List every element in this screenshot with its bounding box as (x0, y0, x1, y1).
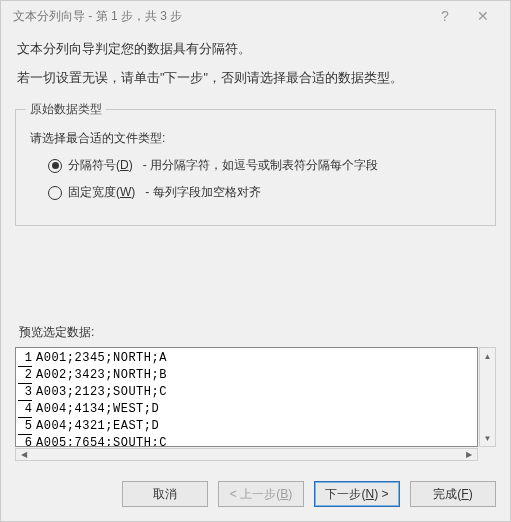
row-data: A001;2345;NORTH;A (36, 350, 167, 367)
button-row: 取消 < 上一步(B) 下一步(N) > 完成(F) (1, 471, 510, 521)
radio-fixedwidth[interactable]: 固定宽度(W) - 每列字段加空格对齐 (48, 184, 485, 201)
cancel-button[interactable]: 取消 (122, 481, 208, 507)
preview-box: 1A001;2345;NORTH;A 2A002;3423;NORTH;B 3A… (15, 347, 478, 447)
preview-row: 5A004;4321;EAST;D (18, 418, 475, 435)
wizard-dialog: 文本分列向导 - 第 1 步，共 3 步 ? ✕ 文本分列向导判定您的数据具有分… (0, 0, 511, 522)
preview-row: 3A003;2123;SOUTH;C (18, 384, 475, 401)
scroll-right-icon[interactable]: ▶ (461, 449, 477, 460)
group-sublabel: 请选择最合适的文件类型: (30, 130, 481, 147)
row-num: 1 (18, 350, 32, 367)
u: D (120, 158, 129, 172)
t2: ) (129, 158, 133, 172)
scroll-track-h[interactable] (32, 449, 461, 460)
u: N (365, 487, 374, 501)
spacer (15, 234, 496, 318)
preview-row: 2A002;3423;NORTH;B (18, 367, 475, 384)
t: 固定宽度( (68, 185, 120, 199)
next-button[interactable]: 下一步(N) > (314, 481, 400, 507)
t2: ) > (374, 487, 388, 501)
preview-row: 6A005;7654;SOUTH;C (18, 435, 475, 447)
radio-fixedwidth-indicator[interactable] (48, 186, 62, 200)
row-num: 2 (18, 367, 32, 384)
t2: ) (469, 487, 473, 501)
scroll-left-icon[interactable]: ◀ (16, 449, 32, 460)
row-data: A004;4134;WEST;D (36, 401, 159, 418)
row-num: 6 (18, 435, 32, 447)
back-button[interactable]: < 上一步(B) (218, 481, 304, 507)
t: 下一步( (325, 486, 365, 503)
vertical-scrollbar[interactable]: ▲ ▼ (479, 347, 496, 447)
u: B (280, 487, 288, 501)
row-num: 3 (18, 384, 32, 401)
scroll-up-icon[interactable]: ▲ (480, 348, 495, 364)
preview-row: 1A001;2345;NORTH;A (18, 350, 475, 367)
window-title: 文本分列向导 - 第 1 步，共 3 步 (13, 8, 426, 25)
intro-line-2: 若一切设置无误，请单击"下一步"，否则请选择最合适的数据类型。 (17, 70, 496, 87)
horizontal-scrollbar[interactable]: ◀ ▶ (15, 448, 478, 461)
t2: ) (288, 487, 292, 501)
u: F (461, 487, 468, 501)
row-num: 4 (18, 401, 32, 418)
finish-button[interactable]: 完成(F) (410, 481, 496, 507)
titlebar: 文本分列向导 - 第 1 步，共 3 步 ? ✕ (1, 1, 510, 31)
row-data: A004;4321;EAST;D (36, 418, 159, 435)
preview-row: 4A004;4134;WEST;D (18, 401, 475, 418)
scroll-down-icon[interactable]: ▼ (480, 430, 495, 446)
radio-fixedwidth-desc: - 每列字段加空格对齐 (145, 184, 260, 201)
original-data-type-group: 原始数据类型 请选择最合适的文件类型: 分隔符号(D) - 用分隔字符，如逗号或… (15, 101, 496, 226)
radio-delimited-desc: - 用分隔字符，如逗号或制表符分隔每个字段 (143, 157, 378, 174)
t2: ) (131, 185, 135, 199)
content-area: 文本分列向导判定您的数据具有分隔符。 若一切设置无误，请单击"下一步"，否则请选… (1, 31, 510, 471)
scroll-track[interactable] (480, 364, 495, 430)
group-legend: 原始数据类型 (26, 101, 106, 118)
row-data: A003;2123;SOUTH;C (36, 384, 167, 401)
row-data: A005;7654;SOUTH;C (36, 435, 167, 447)
t: < 上一步( (230, 486, 280, 503)
radio-delimited-label: 分隔符号(D) (68, 157, 133, 174)
row-data: A002;3423;NORTH;B (36, 367, 167, 384)
preview-label: 预览选定数据: (19, 324, 492, 341)
radio-fixedwidth-label: 固定宽度(W) (68, 184, 135, 201)
t: 分隔符号( (68, 158, 120, 172)
radio-delimited-indicator[interactable] (48, 159, 62, 173)
help-icon[interactable]: ? (426, 2, 464, 30)
row-num: 5 (18, 418, 32, 435)
t: 完成( (433, 486, 461, 503)
close-icon[interactable]: ✕ (464, 2, 502, 30)
u: W (120, 185, 131, 199)
intro-line-1: 文本分列向导判定您的数据具有分隔符。 (17, 41, 496, 58)
radio-delimited[interactable]: 分隔符号(D) - 用分隔字符，如逗号或制表符分隔每个字段 (48, 157, 485, 174)
preview-area: 1A001;2345;NORTH;A 2A002;3423;NORTH;B 3A… (15, 347, 496, 461)
radio-list: 分隔符号(D) - 用分隔字符，如逗号或制表符分隔每个字段 固定宽度(W) - … (48, 157, 485, 201)
